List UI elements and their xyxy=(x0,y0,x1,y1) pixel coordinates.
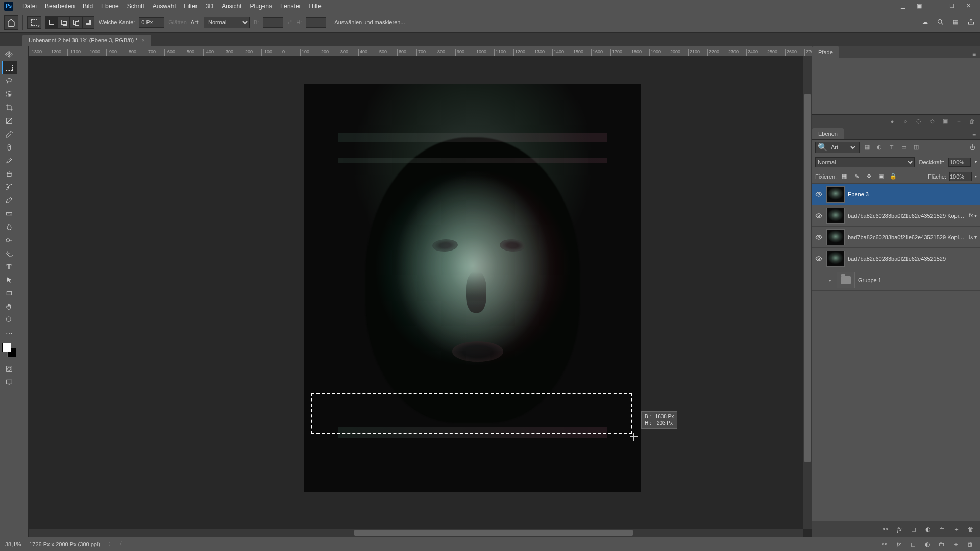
zoom-tool[interactable] xyxy=(2,313,17,327)
menu-datei[interactable]: Datei xyxy=(18,3,41,10)
selection-add-button[interactable] xyxy=(58,16,70,29)
filter-kind-select[interactable]: Art xyxy=(829,144,857,151)
menu-3d[interactable]: 3D xyxy=(202,3,217,10)
layer-thumbnail[interactable] xyxy=(826,251,845,267)
ruler-origin[interactable] xyxy=(18,46,29,56)
layer-thumbnail[interactable] xyxy=(826,208,845,224)
filter-pixel-icon[interactable]: ▦ xyxy=(863,143,872,152)
layer-row[interactable]: bad7ba82c60283ba0f21e62e43521529 Kopie 3… xyxy=(812,227,980,248)
delete-tray-icon[interactable]: 🗑 xyxy=(966,540,975,549)
layer-name[interactable]: bad7ba82c60283ba0f21e62e43521529 Kopie 4 xyxy=(848,213,965,219)
brush-tool[interactable] xyxy=(2,154,17,167)
tool-preset-picker[interactable] xyxy=(27,16,41,29)
screen-mode-toggle[interactable] xyxy=(2,375,17,389)
layer-mask-icon[interactable]: ◻ xyxy=(910,525,918,533)
layer-fx-badge[interactable]: fx ▾ xyxy=(968,213,978,218)
new-layer-icon[interactable]: ＋ xyxy=(952,525,961,533)
history-brush-tool[interactable] xyxy=(2,181,17,194)
eraser-tool[interactable] xyxy=(2,194,17,207)
delete-layer-icon[interactable]: 🗑 xyxy=(967,525,975,533)
healing-brush-tool[interactable] xyxy=(2,141,17,154)
search-icon[interactable] xyxy=(935,17,945,28)
clone-stamp-tool[interactable] xyxy=(2,167,17,181)
link-layers-tray-icon[interactable]: ⚯ xyxy=(880,540,889,549)
zoom-level[interactable]: 38,1% xyxy=(5,541,21,547)
panel-menu-icon[interactable]: ≡ xyxy=(968,132,980,139)
filter-smart-icon[interactable]: ◫ xyxy=(912,143,921,152)
type-tool[interactable]: T xyxy=(2,260,17,273)
filter-adjustment-icon[interactable]: ◐ xyxy=(875,143,884,152)
filter-type-icon[interactable]: T xyxy=(887,143,896,152)
fx-tray-icon[interactable]: fx xyxy=(894,540,903,549)
filter-toggle-icon[interactable]: ⏻ xyxy=(968,143,977,152)
canvas-area[interactable]: -1300-1200-1100-1000-900-800-700-600-500… xyxy=(18,46,812,537)
link-layers-icon[interactable]: ⚯ xyxy=(881,525,889,533)
menu-fenster[interactable]: Fenster xyxy=(276,3,305,10)
rectangle-tool[interactable] xyxy=(2,287,17,300)
eyedropper-tool[interactable] xyxy=(2,128,17,141)
group-tray-icon[interactable]: 🗀 xyxy=(937,540,946,549)
adjustment-layer-icon[interactable]: ◐ xyxy=(924,525,932,533)
foreground-color-swatch[interactable] xyxy=(2,343,11,352)
scrollbar-thumb[interactable] xyxy=(354,530,633,536)
layer-style-icon[interactable]: fx xyxy=(895,525,903,533)
doc-info-caret-icon[interactable]: 〉 xyxy=(108,540,114,548)
selection-subtract-button[interactable] xyxy=(70,16,82,29)
layer-filter-kind[interactable]: 🔍 Art xyxy=(815,142,860,153)
close-button[interactable]: ✕ xyxy=(961,1,976,11)
mask-tray-icon[interactable]: ◻ xyxy=(909,540,918,549)
adjustment-tray-icon[interactable]: ◐ xyxy=(923,540,932,549)
selection-intersect-button[interactable] xyxy=(82,16,94,29)
new-tray-icon[interactable]: ＋ xyxy=(951,540,961,549)
layer-thumbnail[interactable] xyxy=(826,229,845,245)
fill-input[interactable] xyxy=(949,172,972,181)
layer-name[interactable]: bad7ba82c60283ba0f21e62e43521529 xyxy=(848,256,978,262)
expand-group-icon[interactable]: ▸ xyxy=(826,278,834,283)
lock-artboard-icon[interactable]: ▣ xyxy=(876,172,886,181)
lock-all-icon[interactable]: 🔒 xyxy=(889,172,898,181)
fill-path-icon[interactable]: ● xyxy=(888,117,896,126)
path-to-selection-icon[interactable]: ◌ xyxy=(915,117,923,126)
menu-ebene[interactable]: Ebene xyxy=(97,3,123,10)
lock-transparency-icon[interactable]: ▦ xyxy=(840,172,849,181)
rectangular-marquee-tool[interactable] xyxy=(2,61,17,74)
lock-pixels-icon[interactable]: ✎ xyxy=(852,172,861,181)
stroke-path-icon[interactable]: ○ xyxy=(901,117,910,126)
doc-info-prev-icon[interactable]: 〈 xyxy=(117,540,122,548)
tab-pfade[interactable]: Pfade xyxy=(812,46,839,58)
delete-path-icon[interactable]: 🗑 xyxy=(968,117,976,126)
lock-position-icon[interactable]: ✥ xyxy=(864,172,873,181)
selection-marquee[interactable] xyxy=(311,393,632,434)
scrollbar-thumb[interactable] xyxy=(804,94,811,462)
menu-auswahl[interactable]: Auswahl xyxy=(149,3,180,10)
layer-visibility-toggle[interactable] xyxy=(814,190,823,199)
blur-tool[interactable] xyxy=(2,220,17,234)
maximize-button[interactable]: ☐ xyxy=(944,1,960,11)
horizontal-scrollbar[interactable] xyxy=(29,529,803,537)
close-tab-icon[interactable]: × xyxy=(141,37,144,43)
select-and-mask-button[interactable]: Auswählen und maskieren... xyxy=(330,17,409,28)
object-selection-tool[interactable] xyxy=(2,88,17,101)
layer-thumbnail[interactable] xyxy=(837,272,855,288)
move-tool[interactable] xyxy=(2,48,17,61)
edit-toolbar-icon[interactable]: ⋯ xyxy=(2,327,17,340)
lasso-tool[interactable] xyxy=(2,74,17,88)
corner-minimize-inner-icon[interactable]: ▁ xyxy=(895,1,911,11)
layer-visibility-toggle[interactable] xyxy=(814,276,823,285)
layer-visibility-toggle[interactable] xyxy=(814,254,823,263)
layer-row[interactable]: Ebene 3 xyxy=(812,184,980,205)
menu-hilfe[interactable]: Hilfe xyxy=(305,3,326,10)
blend-mode-select[interactable]: Normal xyxy=(815,157,915,167)
new-path-icon[interactable]: ＋ xyxy=(954,117,963,126)
gradient-tool[interactable] xyxy=(2,207,17,220)
fill-caret-icon[interactable]: ▾ xyxy=(975,174,977,179)
selection-new-button[interactable] xyxy=(45,16,58,29)
layer-row[interactable]: bad7ba82c60283ba0f21e62e43521529 Kopie 4… xyxy=(812,205,980,227)
corner-restore-inner-icon[interactable]: ▣ xyxy=(912,1,927,11)
selection-to-path-icon[interactable]: ◇ xyxy=(928,117,936,126)
layer-name[interactable]: bad7ba82c60283ba0f21e62e43521529 Kopie 3 xyxy=(848,234,965,240)
menu-bild[interactable]: Bild xyxy=(79,3,97,10)
dodge-tool[interactable] xyxy=(2,234,17,247)
layer-thumbnail[interactable] xyxy=(826,186,845,203)
path-selection-tool[interactable] xyxy=(2,273,17,287)
